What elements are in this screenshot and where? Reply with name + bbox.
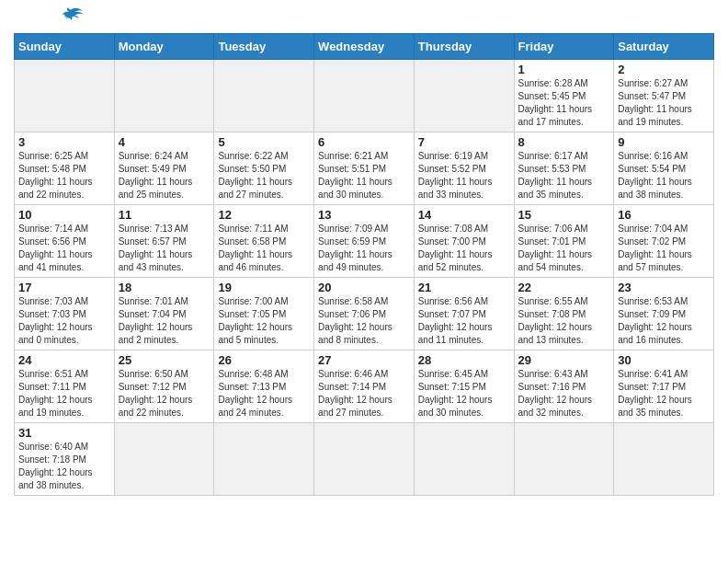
calendar-cell: 7Sunrise: 6:19 AM Sunset: 5:52 PM Daylig… <box>414 132 514 205</box>
calendar-cell: 20Sunrise: 6:58 AM Sunset: 7:06 PM Dayli… <box>314 278 415 350</box>
calendar-week-row: 3Sunrise: 6:25 AM Sunset: 5:48 PM Daylig… <box>15 132 714 205</box>
day-header-friday: Friday <box>514 34 614 60</box>
day-number: 18 <box>119 281 210 294</box>
day-number: 11 <box>119 208 210 222</box>
day-number: 27 <box>318 353 410 367</box>
calendar-cell: 28Sunrise: 6:45 AM Sunset: 7:15 PM Dayli… <box>414 350 514 423</box>
calendar-header-row: SundayMondayTuesdayWednesdayThursdayFrid… <box>15 34 714 60</box>
day-number: 8 <box>518 135 610 149</box>
calendar-cell: 23Sunrise: 6:53 AM Sunset: 7:09 PM Dayli… <box>614 278 714 350</box>
calendar-table: SundayMondayTuesdayWednesdayThursdayFrid… <box>14 33 714 496</box>
day-info: Sunrise: 7:03 AM Sunset: 7:03 PM Dayligh… <box>18 295 110 347</box>
calendar-cell: 22Sunrise: 6:55 AM Sunset: 7:08 PM Dayli… <box>514 278 614 350</box>
calendar-cell: 18Sunrise: 7:01 AM Sunset: 7:04 PM Dayli… <box>114 278 214 350</box>
day-info: Sunrise: 6:46 AM Sunset: 7:14 PM Dayligh… <box>318 368 410 419</box>
calendar-cell <box>114 423 214 496</box>
day-info: Sunrise: 7:04 AM Sunset: 7:02 PM Dayligh… <box>618 223 710 274</box>
calendar-cell <box>414 60 514 132</box>
day-info: Sunrise: 6:50 AM Sunset: 7:12 PM Dayligh… <box>119 368 210 419</box>
calendar-cell: 31Sunrise: 6:40 AM Sunset: 7:18 PM Dayli… <box>15 423 115 496</box>
day-info: Sunrise: 6:56 AM Sunset: 7:07 PM Dayligh… <box>418 295 510 347</box>
day-number: 13 <box>318 208 410 222</box>
header <box>14 9 714 26</box>
calendar-week-row: 10Sunrise: 7:14 AM Sunset: 6:56 PM Dayli… <box>15 205 714 278</box>
calendar-cell: 8Sunrise: 6:17 AM Sunset: 5:53 PM Daylig… <box>514 132 614 205</box>
day-info: Sunrise: 6:45 AM Sunset: 7:15 PM Dayligh… <box>418 368 510 419</box>
calendar-cell <box>114 60 214 132</box>
calendar-cell <box>214 423 314 496</box>
day-header-wednesday: Wednesday <box>314 34 415 60</box>
day-header-saturday: Saturday <box>614 34 714 60</box>
day-number: 10 <box>18 208 110 222</box>
calendar-cell <box>314 423 415 496</box>
calendar-week-row: 31Sunrise: 6:40 AM Sunset: 7:18 PM Dayli… <box>15 423 714 496</box>
day-number: 24 <box>18 353 110 367</box>
day-info: Sunrise: 7:01 AM Sunset: 7:04 PM Dayligh… <box>119 295 210 347</box>
calendar-cell: 12Sunrise: 7:11 AM Sunset: 6:58 PM Dayli… <box>214 205 314 278</box>
day-info: Sunrise: 7:14 AM Sunset: 6:56 PM Dayligh… <box>18 223 110 274</box>
calendar-cell: 15Sunrise: 7:06 AM Sunset: 7:01 PM Dayli… <box>514 205 614 278</box>
day-info: Sunrise: 6:55 AM Sunset: 7:08 PM Dayligh… <box>518 295 610 347</box>
day-info: Sunrise: 6:17 AM Sunset: 5:53 PM Dayligh… <box>518 150 610 201</box>
day-number: 2 <box>618 63 710 76</box>
day-number: 31 <box>18 426 110 440</box>
day-number: 16 <box>618 208 710 222</box>
calendar-week-row: 1Sunrise: 6:28 AM Sunset: 5:45 PM Daylig… <box>15 60 714 132</box>
logo-icon <box>58 6 85 24</box>
calendar-cell <box>214 60 314 132</box>
day-info: Sunrise: 6:43 AM Sunset: 7:16 PM Dayligh… <box>518 368 610 419</box>
day-number: 17 <box>18 281 110 294</box>
calendar-body: 1Sunrise: 6:28 AM Sunset: 5:45 PM Daylig… <box>15 60 714 496</box>
day-number: 22 <box>518 281 610 294</box>
calendar-cell: 3Sunrise: 6:25 AM Sunset: 5:48 PM Daylig… <box>15 132 115 205</box>
calendar-cell: 30Sunrise: 6:41 AM Sunset: 7:17 PM Dayli… <box>614 350 714 423</box>
calendar-week-row: 24Sunrise: 6:51 AM Sunset: 7:11 PM Dayli… <box>15 350 714 423</box>
day-header-thursday: Thursday <box>414 34 514 60</box>
day-number: 20 <box>318 281 410 294</box>
day-number: 29 <box>518 353 610 367</box>
day-info: Sunrise: 6:24 AM Sunset: 5:49 PM Dayligh… <box>119 150 210 201</box>
day-info: Sunrise: 7:11 AM Sunset: 6:58 PM Dayligh… <box>218 223 310 274</box>
day-info: Sunrise: 6:58 AM Sunset: 7:06 PM Dayligh… <box>318 295 410 347</box>
day-info: Sunrise: 6:41 AM Sunset: 7:17 PM Dayligh… <box>618 368 710 419</box>
calendar-cell: 2Sunrise: 6:27 AM Sunset: 5:47 PM Daylig… <box>614 60 714 132</box>
day-number: 15 <box>518 208 610 222</box>
calendar-cell: 19Sunrise: 7:00 AM Sunset: 7:05 PM Dayli… <box>214 278 314 350</box>
day-info: Sunrise: 6:16 AM Sunset: 5:54 PM Dayligh… <box>618 150 710 201</box>
calendar-cell: 24Sunrise: 6:51 AM Sunset: 7:11 PM Dayli… <box>15 350 115 423</box>
calendar-cell: 13Sunrise: 7:09 AM Sunset: 6:59 PM Dayli… <box>314 205 415 278</box>
day-number: 9 <box>618 135 710 149</box>
calendar-cell: 5Sunrise: 6:22 AM Sunset: 5:50 PM Daylig… <box>214 132 314 205</box>
day-info: Sunrise: 6:40 AM Sunset: 7:18 PM Dayligh… <box>18 441 110 492</box>
calendar-cell <box>614 423 714 496</box>
day-number: 1 <box>518 63 610 76</box>
day-number: 23 <box>618 281 710 294</box>
day-info: Sunrise: 6:21 AM Sunset: 5:51 PM Dayligh… <box>318 150 410 201</box>
day-number: 5 <box>218 135 310 149</box>
calendar-cell: 17Sunrise: 7:03 AM Sunset: 7:03 PM Dayli… <box>15 278 115 350</box>
calendar-week-row: 17Sunrise: 7:03 AM Sunset: 7:03 PM Dayli… <box>15 278 714 350</box>
calendar-cell: 26Sunrise: 6:48 AM Sunset: 7:13 PM Dayli… <box>214 350 314 423</box>
day-info: Sunrise: 6:28 AM Sunset: 5:45 PM Dayligh… <box>518 77 610 129</box>
calendar-cell: 9Sunrise: 6:16 AM Sunset: 5:54 PM Daylig… <box>614 132 714 205</box>
day-number: 6 <box>318 135 410 149</box>
calendar-cell: 10Sunrise: 7:14 AM Sunset: 6:56 PM Dayli… <box>15 205 115 278</box>
day-header-monday: Monday <box>114 34 214 60</box>
calendar-cell <box>15 60 115 132</box>
day-header-sunday: Sunday <box>15 34 115 60</box>
calendar-cell: 16Sunrise: 7:04 AM Sunset: 7:02 PM Dayli… <box>614 205 714 278</box>
calendar-cell: 25Sunrise: 6:50 AM Sunset: 7:12 PM Dayli… <box>114 350 214 423</box>
day-info: Sunrise: 7:06 AM Sunset: 7:01 PM Dayligh… <box>518 223 610 274</box>
calendar-cell: 1Sunrise: 6:28 AM Sunset: 5:45 PM Daylig… <box>514 60 614 132</box>
calendar-cell <box>414 423 514 496</box>
calendar-cell: 14Sunrise: 7:08 AM Sunset: 7:00 PM Dayli… <box>414 205 514 278</box>
day-number: 4 <box>119 135 210 149</box>
day-header-tuesday: Tuesday <box>214 34 314 60</box>
day-number: 12 <box>218 208 310 222</box>
day-number: 30 <box>618 353 710 367</box>
day-info: Sunrise: 6:51 AM Sunset: 7:11 PM Dayligh… <box>18 368 110 419</box>
day-number: 14 <box>418 208 510 222</box>
calendar-cell <box>314 60 415 132</box>
day-number: 25 <box>119 353 210 367</box>
day-number: 7 <box>418 135 510 149</box>
